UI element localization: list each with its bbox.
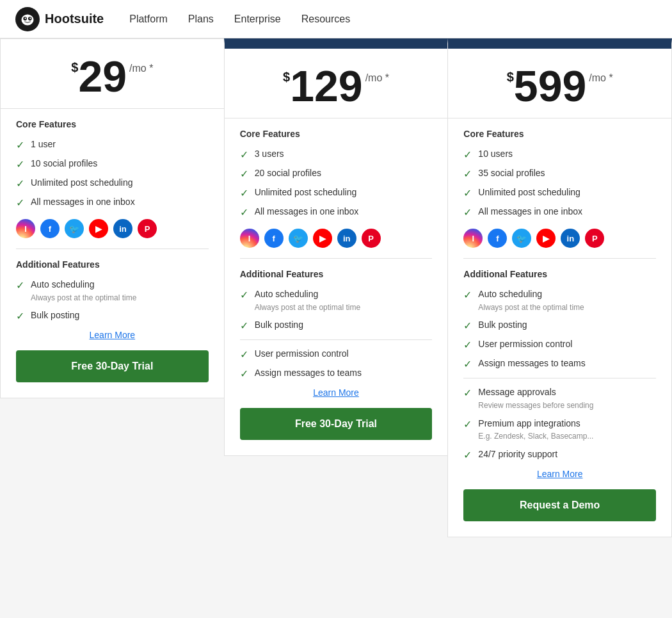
core-features-title: Core Features bbox=[16, 119, 209, 129]
additional-features-title: Additional Features bbox=[16, 259, 209, 270]
core-feature-item: ✓ 1 user bbox=[16, 138, 209, 151]
price-amount: $ 599 /mo * bbox=[463, 64, 656, 108]
feature-text: User permission control bbox=[255, 348, 349, 361]
core-features-section: Core Features ✓ 3 users ✓ 20 social prof… bbox=[225, 129, 448, 218]
additional-feature-item: ✓ Bulk posting bbox=[463, 319, 656, 332]
learn-more-link[interactable]: Learn More bbox=[1, 330, 224, 340]
instagram-icon: I bbox=[463, 229, 483, 248]
core-feature-item: ✓ 3 users bbox=[240, 148, 433, 161]
linkedin-icon: in bbox=[561, 229, 580, 248]
feature-text: 1 user bbox=[31, 138, 56, 151]
price-section: $ 129 /mo * bbox=[225, 49, 448, 118]
youtube-icon: ▶ bbox=[536, 229, 556, 248]
plan-card-team: $ 129 /mo * Core Features ✓ 3 users ✓ 20… bbox=[224, 38, 448, 456]
core-features-title: Core Features bbox=[240, 129, 433, 139]
core-features-title: Core Features bbox=[463, 129, 656, 139]
core-feature-item: ✓ 10 users bbox=[463, 148, 656, 161]
price-dollar: $ bbox=[283, 70, 290, 83]
checkmark-icon: ✓ bbox=[463, 206, 472, 218]
additional-feature-item: ✓ Premium app integrationsE.g. Zendesk, … bbox=[463, 418, 656, 442]
price-section: $ 29 /mo * bbox=[1, 39, 224, 109]
feature-subtext: Always post at the optimal time bbox=[255, 302, 360, 313]
core-features-section: Core Features ✓ 1 user ✓ 10 social profi… bbox=[1, 119, 224, 209]
navbar: Hootsuite Platform Plans Enterprise Reso… bbox=[0, 0, 672, 38]
social-icons-row: If🐦▶inP bbox=[448, 229, 671, 248]
feature-text: Unlimited post scheduling bbox=[31, 177, 133, 190]
feature-text: Unlimited post scheduling bbox=[478, 186, 580, 199]
logo[interactable]: Hootsuite bbox=[15, 7, 104, 31]
feature-text: Assign messages to teams bbox=[255, 367, 362, 380]
plan-highlight-bar bbox=[225, 44, 448, 49]
price-dollar: $ bbox=[71, 61, 78, 74]
price-period: /mo * bbox=[129, 63, 153, 74]
cta-button[interactable]: Request a Demo bbox=[463, 489, 656, 521]
nav-plans[interactable]: Plans bbox=[188, 13, 214, 25]
feature-subtext: Always post at the optimal time bbox=[31, 293, 136, 304]
section-divider bbox=[16, 248, 209, 249]
nav-platform[interactable]: Platform bbox=[129, 13, 168, 25]
facebook-icon: f bbox=[40, 219, 60, 238]
nav-enterprise[interactable]: Enterprise bbox=[234, 13, 281, 25]
plan-card-business: $ 599 /mo * Core Features ✓ 10 users ✓ 3… bbox=[447, 38, 672, 537]
feature-text: Bulk posting bbox=[478, 319, 527, 332]
feature-text: Auto schedulingAlways post at the optima… bbox=[478, 288, 584, 313]
instagram-icon: I bbox=[240, 229, 259, 248]
brand-name: Hootsuite bbox=[45, 12, 104, 26]
feature-text: 10 users bbox=[478, 148, 513, 161]
checkmark-icon: ✓ bbox=[16, 158, 24, 170]
checkmark-icon: ✓ bbox=[463, 289, 472, 301]
learn-more-link[interactable]: Learn More bbox=[225, 387, 448, 398]
additional-feature-item: ✓ Bulk posting bbox=[16, 309, 209, 322]
price-number: 29 bbox=[78, 54, 127, 98]
checkmark-icon: ✓ bbox=[463, 339, 472, 351]
feature-subtext: Always post at the optimal time bbox=[478, 302, 584, 313]
svg-point-5 bbox=[29, 17, 31, 19]
feature-text: Premium app integrationsE.g. Zendesk, Sl… bbox=[478, 418, 593, 442]
feature-text: 20 social profiles bbox=[255, 167, 321, 180]
plan-highlight-bar bbox=[448, 44, 671, 49]
feature-text: User permission control bbox=[478, 338, 572, 351]
learn-more-link[interactable]: Learn More bbox=[448, 469, 671, 479]
price-period: /mo * bbox=[589, 73, 612, 83]
feature-text: Assign messages to teams bbox=[478, 357, 585, 370]
checkmark-icon: ✓ bbox=[463, 358, 472, 370]
checkmark-icon: ✓ bbox=[16, 177, 24, 190]
inner-divider bbox=[463, 378, 656, 378]
price-period: /mo * bbox=[365, 73, 389, 83]
core-feature-item: ✓ All messages in one inbox bbox=[240, 206, 433, 218]
youtube-icon: ▶ bbox=[89, 219, 108, 238]
feature-text: Message approvalsReview messages before … bbox=[478, 386, 593, 411]
core-feature-item: ✓ 35 social profiles bbox=[463, 167, 656, 180]
nav-resources[interactable]: Resources bbox=[301, 13, 350, 25]
twitter-icon: 🐦 bbox=[289, 229, 308, 248]
additional-feature-item: ✓ Assign messages to teams bbox=[463, 357, 656, 370]
checkmark-icon: ✓ bbox=[240, 149, 248, 161]
cta-button[interactable]: Free 30-Day Trial bbox=[240, 408, 433, 440]
checkmark-icon: ✓ bbox=[240, 168, 248, 180]
additional-features-title: Additional Features bbox=[463, 269, 656, 279]
hootsuite-logo-icon bbox=[15, 7, 40, 31]
social-icons-row: If🐦▶inP bbox=[1, 219, 224, 238]
social-icons-row: If🐦▶inP bbox=[225, 229, 448, 248]
svg-point-4 bbox=[25, 17, 26, 19]
svg-point-1 bbox=[22, 14, 34, 25]
additional-features-title: Additional Features bbox=[240, 269, 433, 279]
checkmark-icon: ✓ bbox=[463, 168, 472, 180]
core-feature-item: ✓ Unlimited post scheduling bbox=[240, 186, 433, 199]
pinterest-icon: P bbox=[362, 229, 381, 248]
checkmark-icon: ✓ bbox=[16, 197, 24, 209]
checkmark-icon: ✓ bbox=[240, 206, 248, 218]
additional-features-section: Additional Features ✓ Auto schedulingAlw… bbox=[1, 259, 224, 322]
plans-container: $ 29 /mo * Core Features ✓ 1 user ✓ 10 s… bbox=[0, 38, 672, 537]
pinterest-icon: P bbox=[585, 229, 604, 248]
additional-feature-item: ✓ User permission control bbox=[240, 348, 433, 361]
core-feature-item: ✓ Unlimited post scheduling bbox=[16, 177, 209, 190]
feature-text: Unlimited post scheduling bbox=[255, 186, 357, 199]
checkmark-icon: ✓ bbox=[463, 187, 472, 199]
feature-text: Bulk posting bbox=[255, 319, 303, 332]
price-number: 599 bbox=[514, 64, 586, 108]
instagram-icon: I bbox=[16, 219, 35, 238]
cta-button[interactable]: Free 30-Day Trial bbox=[16, 350, 209, 382]
facebook-icon: f bbox=[264, 229, 284, 248]
price-section: $ 599 /mo * bbox=[448, 49, 671, 118]
